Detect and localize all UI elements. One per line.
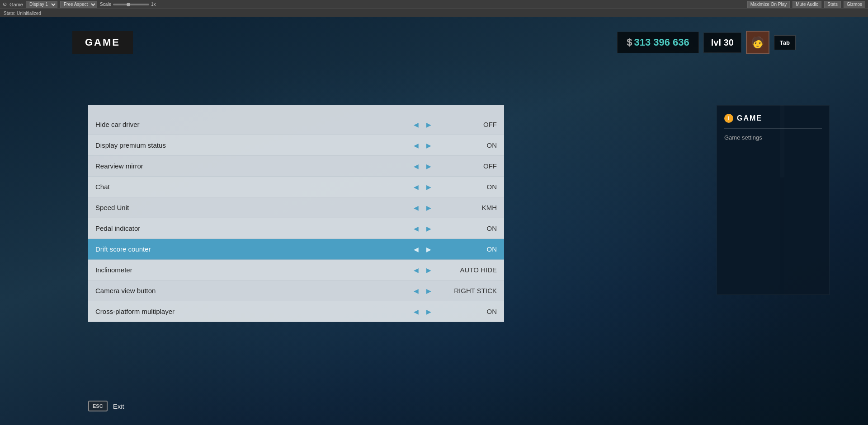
settings-row[interactable]: Pedal indicator ◀ ▶ ON — [88, 218, 504, 239]
arrow-right-5[interactable]: ▶ — [424, 224, 434, 234]
setting-name-1: Display premium status — [95, 141, 411, 149]
setting-controls-8: ◀ ▶ — [411, 286, 434, 296]
editor-game-label: Game — [9, 2, 23, 7]
display-select[interactable]: Display 1 — [26, 1, 57, 8]
game-title-badge: GAME — [72, 31, 133, 54]
money-value: 313 396 636 — [634, 37, 689, 48]
setting-controls-0: ◀ ▶ — [411, 120, 434, 130]
settings-row[interactable]: Chat ◀ ▶ ON — [88, 177, 504, 197]
settings-row[interactable]: Camera view button ◀ ▶ RIGHT STICK — [88, 280, 504, 301]
setting-value-8: RIGHT STICK — [443, 287, 497, 294]
info-header: i GAME — [724, 114, 822, 129]
arrow-left-1[interactable]: ◀ — [411, 140, 421, 150]
settings-row[interactable]: Rearview mirror ◀ ▶ OFF — [88, 156, 504, 177]
level-display: lvl 30 — [703, 33, 741, 53]
stats-button[interactable]: Stats — [824, 1, 841, 8]
arrow-right-8[interactable]: ▶ — [424, 286, 434, 296]
setting-controls-5: ◀ ▶ — [411, 224, 434, 234]
editor-topbar: ⊙ Game Display 1 Free Aspect Scale 1x Ma… — [0, 0, 868, 9]
arrow-left-6[interactable]: ◀ — [411, 244, 421, 254]
setting-value-4: KMH — [443, 204, 497, 211]
info-panel: i GAME Game settings — [717, 105, 830, 295]
setting-controls-2: ◀ ▶ — [411, 161, 434, 171]
arrow-right-4[interactable]: ▶ — [424, 203, 434, 213]
setting-name-3: Chat — [95, 183, 411, 191]
settings-row[interactable]: Inclinometer ◀ ▶ AUTO HIDE — [88, 260, 504, 280]
avatar: 🧑 — [746, 31, 769, 54]
setting-controls-4: ◀ ▶ — [411, 203, 434, 213]
arrow-right-1[interactable]: ▶ — [424, 140, 434, 150]
level-label: lvl — [711, 37, 721, 47]
state-text: State: Uninitialized — [4, 11, 41, 16]
scale-slider[interactable] — [113, 4, 149, 5]
setting-name-5: Pedal indicator — [95, 224, 411, 232]
bottom-bar: ESC Exit — [88, 401, 124, 411]
game-icon: ⊙ — [3, 1, 7, 7]
setting-value-2: OFF — [443, 162, 497, 170]
arrow-left-3[interactable]: ◀ — [411, 182, 421, 192]
setting-controls-6: ◀ ▶ — [411, 244, 434, 254]
setting-name-2: Rearview mirror — [95, 162, 411, 170]
settings-panel: Hide car driver ◀ ▶ OFF Display premium … — [88, 105, 504, 322]
setting-controls-9: ◀ ▶ — [411, 307, 434, 317]
topbar-left: ⊙ Game Display 1 Free Aspect Scale 1x — [3, 1, 156, 8]
setting-controls-1: ◀ ▶ — [411, 140, 434, 150]
info-icon: i — [724, 114, 733, 123]
hud-right: $313 396 636 lvl 30 🧑 Tab — [617, 31, 796, 54]
info-subtitle: Game settings — [724, 134, 822, 141]
arrow-left-7[interactable]: ◀ — [411, 265, 421, 275]
arrow-left-8[interactable]: ◀ — [411, 286, 421, 296]
arrow-right-9[interactable]: ▶ — [424, 307, 434, 317]
mute-audio-button[interactable]: Mute Audio — [793, 1, 821, 8]
arrow-right-7[interactable]: ▶ — [424, 265, 434, 275]
maximize-on-play-button[interactable]: Maximize On Play — [747, 1, 790, 8]
money-symbol: $ — [627, 37, 632, 48]
setting-controls-3: ◀ ▶ — [411, 182, 434, 192]
setting-value-7: AUTO HIDE — [443, 266, 497, 274]
arrow-left-5[interactable]: ◀ — [411, 224, 421, 234]
settings-row-partial — [88, 105, 504, 114]
setting-value-9: ON — [443, 308, 497, 315]
setting-name-4: Speed Unit — [95, 204, 411, 211]
setting-value-5: ON — [443, 224, 497, 232]
level-value: 30 — [724, 37, 734, 47]
setting-value-3: ON — [443, 183, 497, 191]
settings-row[interactable]: Speed Unit ◀ ▶ KMH — [88, 197, 504, 218]
aspect-select[interactable]: Free Aspect — [60, 1, 97, 8]
setting-controls-7: ◀ ▶ — [411, 265, 434, 275]
setting-name-8: Camera view button — [95, 287, 411, 294]
state-bar: State: Uninitialized — [0, 9, 868, 17]
esc-key-badge[interactable]: ESC — [88, 401, 108, 411]
setting-name-6: Drift score counter — [95, 245, 411, 253]
setting-value-6: ON — [443, 245, 497, 253]
exit-label: Exit — [113, 401, 124, 411]
arrow-left-0[interactable]: ◀ — [411, 120, 421, 130]
gizmos-button[interactable]: Gizmos — [844, 1, 865, 8]
settings-rows-container: Hide car driver ◀ ▶ OFF Display premium … — [88, 114, 504, 322]
settings-row[interactable]: Drift score counter ◀ ▶ ON — [88, 239, 504, 260]
arrow-right-3[interactable]: ▶ — [424, 182, 434, 192]
settings-row[interactable]: Hide car driver ◀ ▶ OFF — [88, 114, 504, 135]
setting-name-9: Cross-platform multiplayer — [95, 308, 411, 315]
scale-label: Scale 1x — [100, 2, 156, 7]
arrow-right-2[interactable]: ▶ — [424, 161, 434, 171]
info-title: GAME — [737, 114, 762, 122]
setting-value-0: OFF — [443, 121, 497, 128]
top-hud: GAME $313 396 636 lvl 30 🧑 Tab — [0, 31, 868, 54]
settings-row[interactable]: Cross-platform multiplayer ◀ ▶ ON — [88, 301, 504, 322]
tab-badge: Tab — [774, 35, 796, 50]
settings-row[interactable]: Display premium status ◀ ▶ ON — [88, 135, 504, 156]
setting-name-0: Hide car driver — [95, 121, 411, 128]
arrow-right-6[interactable]: ▶ — [424, 244, 434, 254]
setting-value-1: ON — [443, 141, 497, 149]
arrow-left-9[interactable]: ◀ — [411, 307, 421, 317]
arrow-left-4[interactable]: ◀ — [411, 203, 421, 213]
setting-name-7: Inclinometer — [95, 266, 411, 274]
game-area: GAME $313 396 636 lvl 30 🧑 Tab Hide car … — [0, 17, 868, 425]
topbar-right: Maximize On Play Mute Audio Stats Gizmos — [747, 1, 865, 8]
arrow-right-0[interactable]: ▶ — [424, 120, 434, 130]
money-display: $313 396 636 — [617, 32, 699, 53]
arrow-left-2[interactable]: ◀ — [411, 161, 421, 171]
